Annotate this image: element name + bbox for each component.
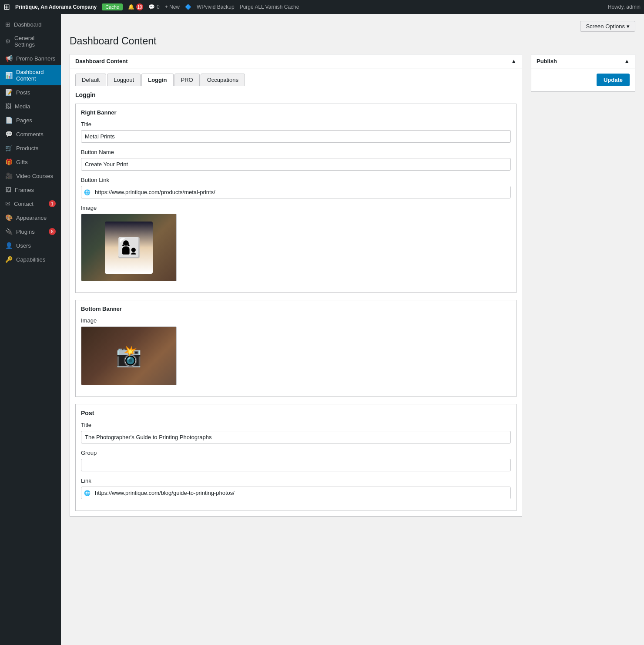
metabox-header[interactable]: Dashboard Content ▲ [70, 54, 522, 68]
sidebar-item-video-courses[interactable]: 🎥 Video Courses [0, 169, 61, 183]
sidebar-item-pages[interactable]: 📄 Pages [0, 113, 61, 127]
sidebar-item-label: Video Courses [16, 173, 53, 179]
metabox-toggle[interactable]: ▲ [511, 58, 517, 64]
comments-icon: 💬 [5, 131, 13, 138]
right-banner-image[interactable]: 👩‍👦 [81, 214, 177, 281]
loggin-section-title: Loggin [75, 91, 517, 98]
media-icon: 🖼 [5, 103, 11, 110]
site-name[interactable]: Printique, An Adorama Company [15, 4, 97, 10]
button-name-label: Button Name [81, 149, 511, 155]
post-title-field-group: Title [81, 422, 511, 443]
post-title-input[interactable] [81, 431, 511, 443]
content-area: Dashboard Content ▲ Default Loggout [70, 54, 635, 525]
sidebar-item-gifts[interactable]: 🎁 Gifts [0, 155, 61, 169]
sidebar-item-label: Promo Banners [16, 55, 55, 62]
purge-cache[interactable]: Purge ALL Varnish Cache [240, 4, 299, 10]
users-icon: 👤 [5, 242, 13, 249]
video-icon: 🎥 [5, 172, 13, 179]
sidebar-item-promo-banners[interactable]: 📢 Promo Banners [0, 51, 61, 65]
metabox-title: Dashboard Content [75, 58, 128, 64]
sidebar-item-contact[interactable]: ✉ Contact 1 [0, 197, 61, 211]
cache-button[interactable]: Cache [102, 3, 123, 10]
yoast-icon[interactable]: 🔷 [185, 4, 191, 10]
sidebar-item-comments[interactable]: 💬 Comments [0, 127, 61, 141]
sidebar-item-posts[interactable]: 📝 Posts [0, 85, 61, 99]
publish-title: Publish [537, 58, 557, 64]
admin-bar: ⊞ Printique, An Adorama Company Cache 🔔 … [0, 0, 644, 14]
new-button[interactable]: + New [165, 4, 180, 10]
post-link-field-group: Link 🌐 [81, 477, 511, 499]
dashboard-content-metabox: Dashboard Content ▲ Default Loggout [70, 54, 522, 517]
contact-icon: ✉ [5, 200, 10, 207]
sidebar-item-users[interactable]: 👤 Users [0, 239, 61, 252]
right-banner-section: Right Banner Title Button Name Button Li [75, 104, 517, 293]
sidebar-item-label: Appearance [16, 215, 47, 221]
sidebar-item-label: Capabilities [16, 256, 45, 263]
wpvivid-backup[interactable]: WPvivid Backup [197, 4, 235, 10]
sidebar-item-label: Products [16, 145, 38, 151]
frames-icon: 🖼 [5, 186, 11, 193]
sidebar-item-plugins[interactable]: 🔌 Plugins 8 [0, 225, 61, 239]
sidebar-item-label: Posts [16, 89, 30, 96]
sidebar-item-capabilities[interactable]: 🔑 Capabilities [0, 252, 61, 266]
tab-loggin[interactable]: Loggin [141, 74, 173, 86]
tab-pro[interactable]: PRO [174, 74, 200, 86]
bottom-banner-image-group: Image 📸 [81, 317, 511, 385]
sidebar-item-products[interactable]: 🛒 Products [0, 141, 61, 155]
tabs-container: Default Loggout Loggin PRO [75, 74, 517, 86]
button-name-input[interactable] [81, 158, 511, 171]
sidebar-item-general-settings[interactable]: ⚙ General Settings [0, 31, 61, 51]
comment-notif[interactable]: 💬 0 [148, 4, 160, 10]
post-group-label: Group [81, 450, 511, 456]
button-link-url-wrapper: 🌐 [81, 186, 511, 198]
sidebar-item-dashboard[interactable]: ⊞ Dashboard [0, 17, 61, 31]
sidebar-item-label: Comments [16, 131, 44, 138]
bottom-banner-image-label: Image [81, 317, 511, 324]
tab-default[interactable]: Default [75, 74, 106, 86]
sidebar: ⊞ Dashboard ⚙ General Settings 📢 Promo B… [0, 14, 61, 645]
dashboard-icon: ⊞ [5, 21, 10, 28]
post-section: Post Title Group Link [75, 404, 517, 511]
post-group-field-group: Group [81, 450, 511, 471]
pages-icon: 📄 [5, 117, 13, 124]
sidebar-item-label: Contact [14, 201, 34, 207]
button-link-label: Button Link [81, 177, 511, 183]
right-banner-image-group: Image 👩‍👦 [81, 205, 511, 281]
update-button[interactable]: Update [597, 74, 630, 86]
howdy-text: Howdy, admin [608, 4, 641, 10]
title-input[interactable] [81, 130, 511, 143]
tab-loggout[interactable]: Loggout [107, 74, 141, 86]
post-section-title: Post [81, 410, 511, 417]
post-link-input[interactable] [93, 487, 510, 499]
main-layout: ⊞ Dashboard ⚙ General Settings 📢 Promo B… [0, 14, 644, 645]
sidebar-item-label: Media [15, 103, 30, 110]
publish-toggle[interactable]: ▲ [624, 58, 630, 64]
title-label: Title [81, 121, 511, 128]
post-link-url-wrapper: 🌐 [81, 487, 511, 499]
title-field-group: Title [81, 121, 511, 143]
sidebar-item-appearance[interactable]: 🎨 Appearance [0, 211, 61, 225]
sidebar-item-label: Pages [16, 117, 32, 124]
metabox-body: Default Loggout Loggin PRO [70, 68, 522, 516]
sidebar-item-label: Dashboard Content [16, 69, 56, 82]
post-link-url-icon: 🌐 [81, 490, 93, 496]
bottom-banner-title: Bottom Banner [81, 306, 511, 312]
tab-occupations[interactable]: Occupations [201, 74, 245, 86]
url-icon: 🌐 [81, 189, 93, 195]
sidebar-item-frames[interactable]: 🖼 Frames [0, 183, 61, 197]
publish-metabox-body: Update [531, 68, 635, 91]
publish-metabox-header[interactable]: Publish ▲ [531, 54, 635, 68]
sidebar-item-label: Gifts [16, 159, 28, 165]
screen-options-button[interactable]: Screen Options ▾ [580, 21, 635, 32]
wp-logo[interactable]: ⊞ [3, 2, 10, 12]
notif-count[interactable]: 🔔 10 [128, 3, 143, 10]
button-link-input[interactable] [93, 186, 510, 198]
posts-icon: 📝 [5, 89, 13, 96]
bottom-banner-image[interactable]: 📸 [81, 326, 177, 385]
sidebar-item-media[interactable]: 🖼 Media [0, 99, 61, 113]
post-group-input[interactable] [81, 459, 511, 471]
publish-box: Publish ▲ Update [531, 54, 635, 101]
promo-icon: 📢 [5, 55, 13, 62]
sidebar-item-dashboard-content[interactable]: 📊 Dashboard Content [0, 65, 61, 85]
page-title: Dashboard Content [70, 35, 635, 47]
